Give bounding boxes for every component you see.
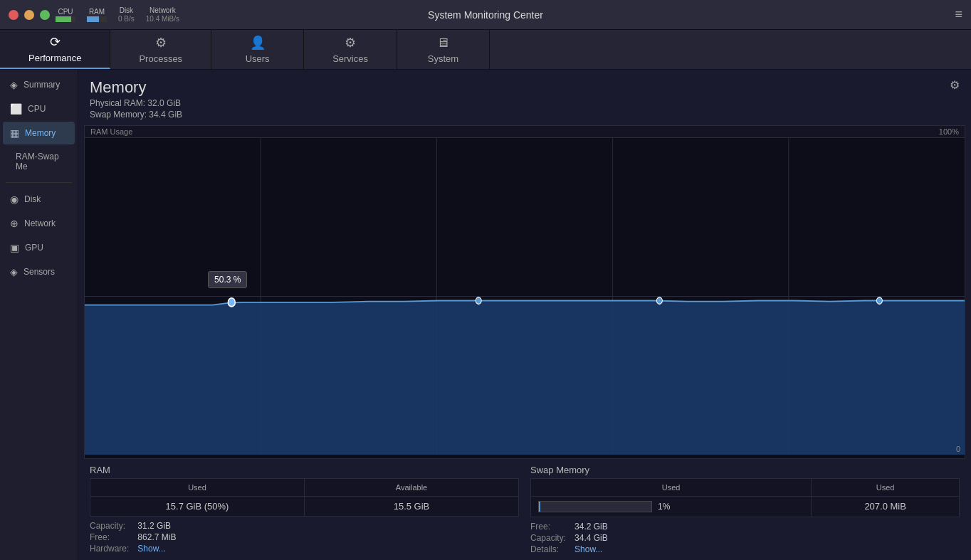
tab-users[interactable]: 👤 Users <box>211 30 304 69</box>
sidebar-item-disk[interactable]: ◉ Disk <box>3 188 75 211</box>
disk-label: Disk <box>120 6 133 14</box>
free-value: 862.7 MiB <box>137 532 519 542</box>
content-area: Memory Physical RAM: 32.0 GiB Swap Memor… <box>78 70 971 560</box>
sidebar-item-gpu[interactable]: ▣ GPU <box>3 236 75 259</box>
swap-section: Swap Memory Used Used 1% <box>530 465 960 554</box>
sidebar-item-summary[interactable]: ◈ Summary <box>3 73 75 96</box>
summary-icon: ◈ <box>10 79 18 90</box>
ram-table: Used Available 15.7 GiB (50%) 15.5 GiB <box>90 478 519 517</box>
hardware-label: Hardware: <box>90 544 129 554</box>
sidebar-item-memory[interactable]: ▦ Memory <box>3 122 75 144</box>
maximize-button[interactable] <box>40 10 50 20</box>
sidebar-item-ram-swap[interactable]: RAM-Swap Me <box>3 146 75 177</box>
memory-title: Memory <box>90 78 182 97</box>
chart-header: RAM Usage 100% <box>85 126 965 138</box>
tab-performance[interactable]: ⟳ Performance <box>0 30 110 69</box>
tab-performance-label: Performance <box>28 53 81 63</box>
swap-section-label: Swap Memory <box>530 465 960 475</box>
sidebar-item-network[interactable]: ⊕ Network <box>3 212 75 235</box>
cpu-bar-container <box>56 16 75 22</box>
swap-details-link[interactable]: Show... <box>574 544 960 554</box>
network-value: 10.4 MiB/s <box>146 15 179 23</box>
sidebar-item-sensors-label: Sensors <box>23 267 55 277</box>
ram-value-row: 15.7 GiB (50%) 15.5 GiB <box>90 496 518 516</box>
memory-meta: Physical RAM: 32.0 GiB Swap Memory: 34.4… <box>90 98 182 120</box>
swap-used-value: 207.0 MiB <box>812 496 959 517</box>
minimize-button[interactable] <box>24 10 34 20</box>
cpu-bar-fill <box>56 16 71 22</box>
swap-bar <box>538 501 652 512</box>
ram-bar-container <box>87 16 107 22</box>
content-header: Memory Physical RAM: 32.0 GiB Swap Memor… <box>78 70 971 125</box>
swap-used-header2: Used <box>812 479 959 496</box>
svg-point-6 <box>228 298 235 307</box>
cpu-stat: CPU <box>56 8 75 22</box>
tab-system[interactable]: 🖥 System <box>397 30 490 69</box>
capacity-label: Capacity: <box>90 521 129 531</box>
capacity-value: 31.2 GiB <box>137 521 519 531</box>
physical-ram-label: Physical RAM: 32.0 GiB <box>90 98 182 108</box>
hardware-show-link[interactable]: Show... <box>137 544 519 554</box>
swap-value-row: 1% 207.0 MiB <box>531 496 959 517</box>
svg-point-7 <box>476 297 481 305</box>
tab-processes[interactable]: ⚙ Processes <box>110 30 211 69</box>
ram-stat: RAM <box>87 8 107 22</box>
main-layout: ◈ Summary ⬜ CPU ▦ Memory RAM-Swap Me ◉ D… <box>0 70 971 560</box>
chart-body: 50.3 % 0 <box>85 138 965 455</box>
processes-icon: ⚙ <box>155 35 167 51</box>
network-label: Network <box>149 6 176 14</box>
swap-details-grid: Free: 34.2 GiB Capacity: 34.4 GiB Detail… <box>530 522 960 554</box>
titlebar: CPU RAM Disk 0 B/s Network 10.4 MiB/s Sy… <box>0 0 971 30</box>
menu-button[interactable]: ≡ <box>955 7 962 22</box>
sidebar-item-cpu-label: CPU <box>28 104 46 114</box>
system-icon: 🖥 <box>436 36 449 51</box>
network-icon: ⊕ <box>10 218 19 229</box>
cpu-label: CPU <box>58 8 73 16</box>
sidebar-item-network-label: Network <box>24 218 56 228</box>
used-value: 15.7 GiB (50%) <box>90 496 305 516</box>
disk-value: 0 B/s <box>118 15 135 23</box>
settings-button[interactable]: ⚙ <box>950 78 960 92</box>
swap-free-label: Free: <box>530 522 566 532</box>
network-stat: Network 10.4 MiB/s <box>146 6 179 23</box>
sidebar: ◈ Summary ⬜ CPU ▦ Memory RAM-Swap Me ◉ D… <box>0 70 78 560</box>
tabbar: ⟳ Performance ⚙ Processes 👤 Users ⚙ Serv… <box>0 30 971 70</box>
stats-area: RAM Used Available 15.7 GiB (50%) 15.5 G… <box>78 459 971 560</box>
swap-used-header: Used <box>531 479 812 496</box>
tab-services[interactable]: ⚙ Services <box>304 30 397 69</box>
svg-point-8 <box>656 297 662 305</box>
swap-header-row: Used Used <box>531 479 959 496</box>
window-controls: CPU RAM Disk 0 B/s Network 10.4 MiB/s <box>9 6 179 23</box>
chart-max: 100% <box>939 127 959 136</box>
cpu-icon: ⬜ <box>10 103 22 115</box>
chart-svg <box>85 138 965 455</box>
ram-label: RAM <box>89 8 105 16</box>
sidebar-item-cpu[interactable]: ⬜ CPU <box>3 97 75 120</box>
cpu-bar <box>56 16 75 22</box>
free-label: Free: <box>90 532 129 542</box>
sidebar-divider <box>6 182 72 183</box>
close-button[interactable] <box>9 10 19 20</box>
gpu-icon: ▣ <box>10 242 19 253</box>
available-header: Available <box>305 479 518 496</box>
swap-pct: 1% <box>658 502 670 512</box>
memory-icon: ▦ <box>10 127 19 139</box>
cpu-info: CPU RAM Disk 0 B/s Network 10.4 MiB/s <box>56 6 179 23</box>
tab-services-label: Services <box>332 53 368 64</box>
chart-area: RAM Usage 100% <box>84 125 965 459</box>
ram-bar <box>87 16 107 22</box>
available-value: 15.5 GiB <box>305 496 518 516</box>
swap-capacity-value: 34.4 GiB <box>574 533 960 543</box>
swap-free-value: 34.2 GiB <box>574 522 960 532</box>
sidebar-item-memory-label: Memory <box>25 128 56 138</box>
sidebar-item-sensors[interactable]: ◈ Sensors <box>3 260 75 283</box>
ram-section: RAM Used Available 15.7 GiB (50%) 15.5 G… <box>90 465 519 554</box>
swap-bar-fill <box>539 502 540 512</box>
svg-point-9 <box>876 297 882 305</box>
ram-header-row: Used Available <box>90 479 518 496</box>
app-title: System Monitoring Center <box>428 9 543 21</box>
chart-min: 0 <box>956 445 960 453</box>
swap-capacity-label: Capacity: <box>530 533 566 543</box>
swap-details-label: Details: <box>530 544 566 554</box>
swap-memory-label: Swap Memory: 34.4 GiB <box>90 110 182 120</box>
